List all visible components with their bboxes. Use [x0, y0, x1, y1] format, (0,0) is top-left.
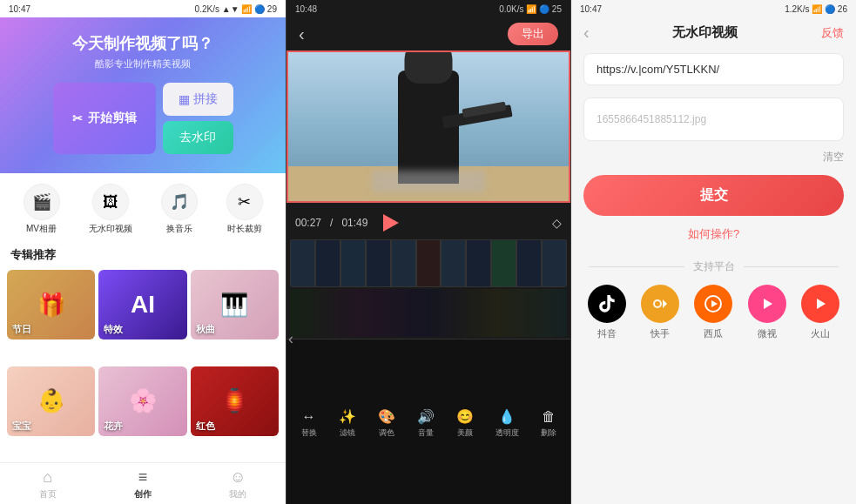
color-icon: 🎨 — [378, 408, 395, 425]
feature-mv[interactable]: 🎬 MV相册 — [24, 184, 60, 235]
header-title: 今天制作视频了吗？ — [14, 33, 272, 54]
filmstrip-primary[interactable] — [290, 239, 567, 287]
svg-marker-3 — [711, 300, 718, 307]
platform-icons: 抖音 快手 西瓜 — [571, 285, 856, 340]
tool-replace[interactable]: ↔ 替换 — [301, 409, 317, 439]
statusbar-2: 10:48 0.0K/s 📶 🔵 25 — [286, 0, 570, 17]
film-frame — [366, 239, 391, 287]
mosaic-overlay — [372, 171, 485, 192]
film-frame — [542, 239, 567, 287]
time-total: 01:49 — [341, 217, 367, 229]
svg-marker-4 — [764, 299, 772, 309]
tool-filter[interactable]: ✨ 滤镜 — [339, 408, 356, 439]
bottom-nav-1: ⌂ 首页 ≡ 创作 ☺ 我的 — [0, 462, 286, 504]
panel-watermark: 10:47 1.2K/s 📶 🔵 26 ‹ 无水印视频 反馈 https://v… — [571, 0, 856, 504]
statusbar-1: 10:47 0.2K/s ▲▼ 📶 🔵 29 — [0, 0, 286, 17]
film-frame — [491, 239, 516, 287]
play-button[interactable] — [376, 210, 402, 236]
action-buttons: ✂ 开始剪辑 ▦ 拼接 去水印 — [14, 83, 272, 154]
platform-weishi[interactable]: 微视 — [748, 285, 786, 340]
watermark-button[interactable]: 去水印 — [163, 121, 233, 154]
feature-music[interactable]: 🎵 换音乐 — [161, 184, 198, 235]
panel3-topbar: ‹ 无水印视频 反馈 — [571, 17, 856, 50]
back-button-2[interactable]: ‹ — [299, 24, 305, 44]
album-baby[interactable]: 👶 宝宝 — [7, 366, 95, 436]
tiktok-icon — [588, 285, 626, 323]
album-qiuji[interactable]: 🎹 秋曲 — [191, 270, 279, 339]
panel-editor: 10:48 0.0K/s 📶 🔵 25 ‹ 导出 00:27 / 01:49 — [286, 0, 571, 504]
platform-xigua[interactable]: 西瓜 — [694, 285, 732, 340]
signal-1: 0.2K/s ▲▼ 📶 🔵 29 — [195, 4, 277, 14]
delete-icon: 🗑 — [542, 409, 556, 425]
time-2: 10:48 — [295, 4, 317, 14]
video-thumbnail — [288, 52, 569, 201]
platform-divider: 支持平台 — [571, 249, 856, 285]
submit-button[interactable]: 提交 — [583, 175, 844, 216]
editor-topbar: ‹ 导出 — [286, 17, 570, 50]
tool-delete[interactable]: 🗑 删除 — [541, 409, 556, 439]
film-frame — [391, 239, 416, 287]
huoshan-icon — [801, 285, 839, 323]
film-frame — [315, 239, 340, 287]
editor-toolbar: ↔ 替换 ✨ 滤镜 🎨 调色 🔊 音量 😊 美颜 💧 透明度 🗑 删除 — [286, 339, 570, 504]
export-button[interactable]: 导出 — [508, 23, 558, 45]
time-1: 10:47 — [9, 4, 30, 14]
me-icon: ☺ — [230, 468, 246, 487]
svg-marker-5 — [817, 299, 826, 309]
opacity-icon: 💧 — [498, 408, 516, 425]
create-icon: ≡ — [138, 468, 148, 487]
header-section: 今天制作视频了吗？ 酷影专业制作精美视频 ✂ 开始剪辑 ▦ 拼接 去水印 — [0, 17, 286, 173]
nav-home[interactable]: ⌂ 首页 — [39, 468, 57, 501]
album-jieri[interactable]: 🎁 节日 — [7, 270, 95, 339]
divider-left — [589, 266, 684, 267]
album-grid: 🎁 节日 AI 特效 🎹 秋曲 👶 宝宝 🌸 花卉 🏮 红色 — [0, 266, 286, 462]
home-icon: ⌂ — [43, 468, 52, 487]
time-3: 10:47 — [580, 4, 602, 14]
volume-icon: 🔊 — [417, 408, 435, 425]
film-frame — [416, 239, 441, 287]
feature-crop[interactable]: ✂ 时长裁剪 — [226, 184, 263, 235]
album-section-title: 专辑推荐 — [0, 240, 286, 266]
feedback-button[interactable]: 反馈 — [821, 25, 844, 41]
replace-icon: ↔ — [302, 409, 316, 425]
tool-opacity[interactable]: 💧 透明度 — [495, 408, 519, 439]
nav-me[interactable]: ☺ 我的 — [229, 468, 246, 501]
crop-icon: ✂ — [226, 184, 263, 220]
url-display: https://v.|com/Y5TLKKN/ — [583, 53, 844, 85]
tool-beauty[interactable]: 😊 美颜 — [456, 408, 474, 439]
splice-icon: ▦ — [179, 92, 190, 106]
film-frame — [340, 239, 366, 287]
filter-icon: ✨ — [339, 408, 356, 425]
splice-button[interactable]: ▦ 拼接 — [163, 83, 233, 116]
film-frame — [290, 239, 315, 287]
scissors-icon: ✂ — [72, 111, 83, 125]
platform-tiktok[interactable]: 抖音 — [588, 285, 626, 340]
album-lantern[interactable]: 🏮 红色 — [191, 366, 279, 436]
tool-volume[interactable]: 🔊 音量 — [417, 408, 435, 439]
tool-color[interactable]: 🎨 调色 — [378, 408, 395, 439]
start-edit-button[interactable]: ✂ 开始剪辑 — [53, 83, 156, 154]
divider-right — [744, 266, 839, 267]
feature-watermark[interactable]: 🖼 无水印视频 — [89, 184, 132, 235]
mv-icon: 🎬 — [24, 184, 60, 220]
xigua-icon — [694, 285, 732, 323]
back-button-3[interactable]: ‹ — [583, 23, 590, 43]
platform-huoshan[interactable]: 火山 — [801, 285, 839, 340]
filename-input[interactable]: 1655866451885112.jpg — [583, 97, 844, 141]
filmstrip-secondary — [290, 289, 567, 337]
album-flowers[interactable]: 🌸 花卉 — [98, 366, 186, 436]
beauty-icon: 😊 — [456, 408, 474, 425]
clear-button-wrapper: 清空 — [571, 150, 856, 171]
film-frame — [466, 239, 491, 287]
nav-create[interactable]: ≡ 创作 — [134, 468, 152, 501]
kuaishou-icon — [641, 285, 679, 323]
panel-home: 10:47 0.2K/s ▲▼ 📶 🔵 29 今天制作视频了吗？ 酷影专业制作精… — [0, 0, 286, 504]
how-to-link[interactable]: 如何操作? — [571, 219, 856, 249]
film-frame — [441, 239, 466, 287]
chevron-left-icon[interactable]: ‹ — [288, 330, 293, 348]
play-icon — [383, 214, 399, 232]
platform-kuaishou[interactable]: 快手 — [641, 285, 679, 340]
album-ai[interactable]: AI 特效 — [98, 270, 186, 339]
clear-button[interactable]: 清空 — [823, 150, 844, 165]
film-frame — [516, 239, 542, 287]
